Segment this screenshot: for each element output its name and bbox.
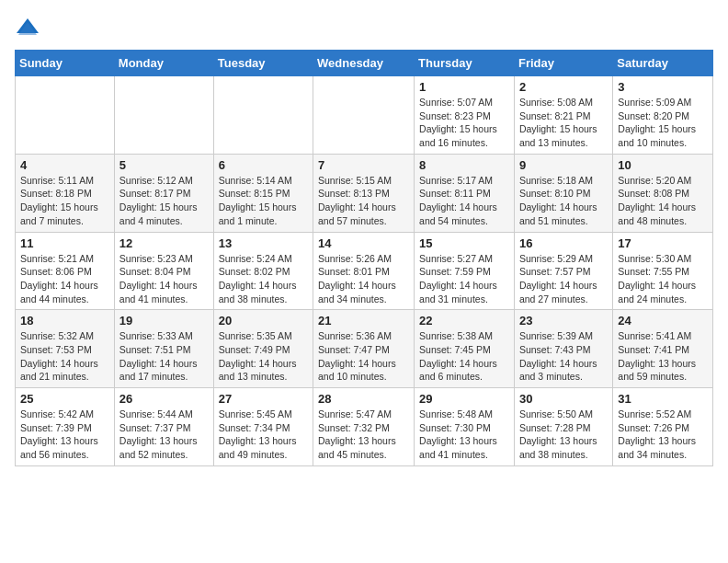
day-number: 14 [318, 236, 409, 250]
day-number: 27 [219, 392, 308, 406]
day-info: Sunrise: 5:09 AM Sunset: 8:20 PM Dayligh… [618, 96, 708, 150]
day-info: Sunrise: 5:39 AM Sunset: 7:43 PM Dayligh… [519, 329, 608, 384]
day-number: 22 [419, 314, 509, 327]
calendar-cell: 30Sunrise: 5:50 AM Sunset: 7:28 PM Dayli… [514, 388, 612, 466]
day-number: 21 [318, 314, 409, 327]
day-info: Sunrise: 5:33 AM Sunset: 7:51 PM Dayligh… [119, 329, 209, 384]
day-number: 28 [318, 392, 409, 406]
calendar-cell: 5Sunrise: 5:12 AM Sunset: 8:17 PM Daylig… [114, 154, 213, 232]
calendar-cell: 24Sunrise: 5:41 AM Sunset: 7:41 PM Dayli… [613, 310, 713, 388]
calendar-cell: 8Sunrise: 5:17 AM Sunset: 8:11 PM Daylig… [415, 154, 515, 232]
header-cell-wednesday: Wednesday [313, 51, 415, 76]
calendar-cell: 10Sunrise: 5:20 AM Sunset: 8:08 PM Dayli… [613, 154, 713, 232]
header-cell-tuesday: Tuesday [213, 51, 313, 76]
calendar-body: 1Sunrise: 5:07 AM Sunset: 8:23 PM Daylig… [16, 76, 713, 466]
day-number: 20 [219, 314, 308, 327]
week-row-5: 25Sunrise: 5:42 AM Sunset: 7:39 PM Dayli… [16, 388, 713, 466]
day-info: Sunrise: 5:20 AM Sunset: 8:08 PM Dayligh… [618, 174, 708, 228]
calendar-cell: 25Sunrise: 5:42 AM Sunset: 7:39 PM Dayli… [16, 388, 115, 466]
calendar-cell: 1Sunrise: 5:07 AM Sunset: 8:23 PM Daylig… [415, 76, 515, 155]
day-number: 31 [618, 392, 708, 406]
calendar-cell: 22Sunrise: 5:38 AM Sunset: 7:45 PM Dayli… [415, 310, 515, 388]
week-row-4: 18Sunrise: 5:32 AM Sunset: 7:53 PM Dayli… [16, 310, 713, 388]
day-info: Sunrise: 5:24 AM Sunset: 8:02 PM Dayligh… [219, 252, 308, 306]
day-number: 16 [519, 236, 608, 250]
header-cell-friday: Friday [514, 51, 612, 76]
calendar-cell: 2Sunrise: 5:08 AM Sunset: 8:21 PM Daylig… [514, 76, 612, 155]
week-row-2: 4Sunrise: 5:11 AM Sunset: 8:18 PM Daylig… [16, 154, 713, 232]
calendar-cell [213, 76, 313, 155]
day-number: 15 [419, 236, 509, 250]
calendar-cell: 26Sunrise: 5:44 AM Sunset: 7:37 PM Dayli… [114, 388, 213, 466]
calendar-cell: 29Sunrise: 5:48 AM Sunset: 7:30 PM Dayli… [415, 388, 515, 466]
day-number: 9 [519, 158, 608, 172]
calendar-cell: 16Sunrise: 5:29 AM Sunset: 7:57 PM Dayli… [514, 232, 612, 310]
day-number: 26 [119, 392, 209, 406]
calendar-cell: 6Sunrise: 5:14 AM Sunset: 8:15 PM Daylig… [213, 154, 313, 232]
day-number: 18 [20, 314, 109, 327]
calendar-cell: 21Sunrise: 5:36 AM Sunset: 7:47 PM Dayli… [313, 310, 415, 388]
header-cell-sunday: Sunday [16, 51, 115, 76]
calendar-cell: 13Sunrise: 5:24 AM Sunset: 8:02 PM Dayli… [213, 232, 313, 310]
logo [15, 15, 44, 40]
week-row-3: 11Sunrise: 5:21 AM Sunset: 8:06 PM Dayli… [16, 232, 713, 310]
day-number: 10 [618, 158, 708, 172]
day-number: 29 [419, 392, 509, 406]
day-number: 19 [119, 314, 209, 327]
day-number: 17 [618, 236, 708, 250]
day-number: 1 [419, 80, 509, 94]
day-info: Sunrise: 5:23 AM Sunset: 8:04 PM Dayligh… [119, 252, 209, 306]
calendar-cell: 27Sunrise: 5:45 AM Sunset: 7:34 PM Dayli… [213, 388, 313, 466]
day-info: Sunrise: 5:41 AM Sunset: 7:41 PM Dayligh… [618, 329, 708, 384]
day-number: 13 [219, 236, 308, 250]
day-number: 11 [20, 236, 109, 250]
day-info: Sunrise: 5:48 AM Sunset: 7:30 PM Dayligh… [419, 408, 509, 462]
calendar-header: SundayMondayTuesdayWednesdayThursdayFrid… [16, 51, 713, 76]
calendar-cell: 23Sunrise: 5:39 AM Sunset: 7:43 PM Dayli… [514, 310, 612, 388]
day-info: Sunrise: 5:11 AM Sunset: 8:18 PM Dayligh… [20, 174, 109, 228]
day-info: Sunrise: 5:29 AM Sunset: 7:57 PM Dayligh… [519, 252, 608, 306]
week-row-1: 1Sunrise: 5:07 AM Sunset: 8:23 PM Daylig… [16, 76, 713, 155]
day-info: Sunrise: 5:42 AM Sunset: 7:39 PM Dayligh… [20, 408, 109, 462]
page-header [15, 15, 713, 40]
day-info: Sunrise: 5:17 AM Sunset: 8:11 PM Dayligh… [419, 174, 509, 228]
day-info: Sunrise: 5:47 AM Sunset: 7:32 PM Dayligh… [318, 408, 409, 462]
day-info: Sunrise: 5:45 AM Sunset: 7:34 PM Dayligh… [219, 408, 308, 462]
day-info: Sunrise: 5:12 AM Sunset: 8:17 PM Dayligh… [119, 174, 209, 228]
day-number: 7 [318, 158, 409, 172]
day-number: 25 [20, 392, 109, 406]
day-info: Sunrise: 5:35 AM Sunset: 7:49 PM Dayligh… [219, 329, 308, 384]
day-number: 23 [519, 314, 608, 327]
header-cell-saturday: Saturday [613, 51, 713, 76]
day-number: 8 [419, 158, 509, 172]
day-info: Sunrise: 5:21 AM Sunset: 8:06 PM Dayligh… [20, 252, 109, 306]
day-number: 5 [119, 158, 209, 172]
logo-icon [15, 15, 40, 40]
day-info: Sunrise: 5:30 AM Sunset: 7:55 PM Dayligh… [618, 252, 708, 306]
calendar-cell [114, 76, 213, 155]
day-info: Sunrise: 5:38 AM Sunset: 7:45 PM Dayligh… [419, 329, 509, 384]
calendar-cell: 9Sunrise: 5:18 AM Sunset: 8:10 PM Daylig… [514, 154, 612, 232]
day-number: 3 [618, 80, 708, 94]
day-info: Sunrise: 5:07 AM Sunset: 8:23 PM Dayligh… [419, 96, 509, 150]
header-cell-thursday: Thursday [415, 51, 515, 76]
day-info: Sunrise: 5:14 AM Sunset: 8:15 PM Dayligh… [219, 174, 308, 228]
calendar-table: SundayMondayTuesdayWednesdayThursdayFrid… [15, 50, 713, 466]
day-info: Sunrise: 5:27 AM Sunset: 7:59 PM Dayligh… [419, 252, 509, 306]
calendar-cell: 19Sunrise: 5:33 AM Sunset: 7:51 PM Dayli… [114, 310, 213, 388]
calendar-cell: 17Sunrise: 5:30 AM Sunset: 7:55 PM Dayli… [613, 232, 713, 310]
day-number: 6 [219, 158, 308, 172]
day-number: 4 [20, 158, 109, 172]
day-info: Sunrise: 5:32 AM Sunset: 7:53 PM Dayligh… [20, 329, 109, 384]
day-number: 24 [618, 314, 708, 327]
day-number: 12 [119, 236, 209, 250]
calendar-cell: 11Sunrise: 5:21 AM Sunset: 8:06 PM Dayli… [16, 232, 115, 310]
header-cell-monday: Monday [114, 51, 213, 76]
day-number: 2 [519, 80, 608, 94]
calendar-cell: 18Sunrise: 5:32 AM Sunset: 7:53 PM Dayli… [16, 310, 115, 388]
day-number: 30 [519, 392, 608, 406]
day-info: Sunrise: 5:18 AM Sunset: 8:10 PM Dayligh… [519, 174, 608, 228]
calendar-cell: 15Sunrise: 5:27 AM Sunset: 7:59 PM Dayli… [415, 232, 515, 310]
calendar-cell: 31Sunrise: 5:52 AM Sunset: 7:26 PM Dayli… [613, 388, 713, 466]
calendar-cell: 7Sunrise: 5:15 AM Sunset: 8:13 PM Daylig… [313, 154, 415, 232]
